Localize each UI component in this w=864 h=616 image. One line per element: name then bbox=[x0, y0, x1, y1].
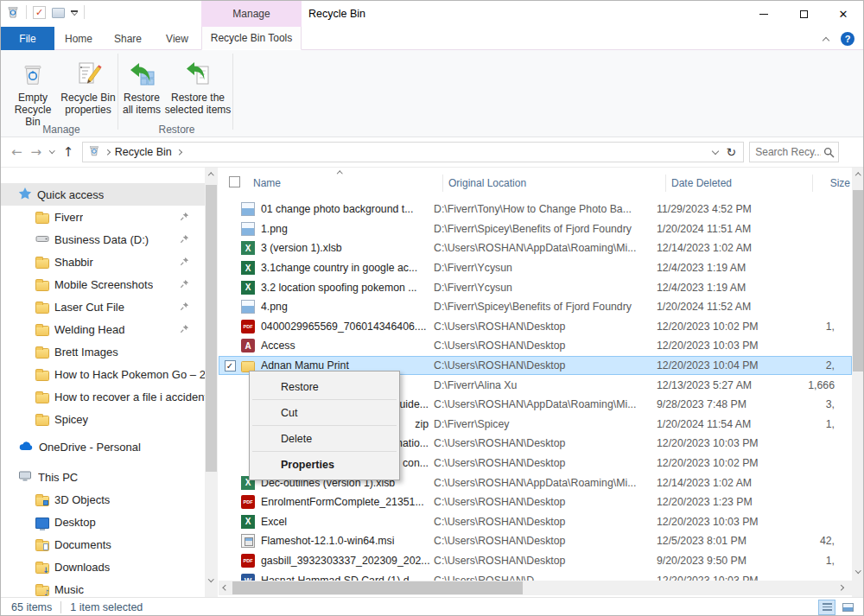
folder-icon bbox=[35, 416, 49, 426]
image-file-icon bbox=[241, 300, 255, 314]
table-row[interactable]: 1.pngD:\Fiverr\Spicey\Benefits of Fjord … bbox=[219, 219, 852, 239]
menu-item-cut[interactable]: Cut bbox=[250, 401, 399, 424]
table-row[interactable]: 0400029965569_706014346406....C:\Users\R… bbox=[219, 317, 852, 337]
file-name: Flameshot-12.1.0-win64.msi bbox=[261, 535, 434, 547]
sidebar-scrollbar[interactable] bbox=[205, 168, 218, 597]
scroll-up-icon[interactable] bbox=[852, 168, 864, 181]
file-size: 3, bbox=[795, 398, 835, 410]
file-date: 12/14/2023 1:02 AM bbox=[657, 242, 795, 254]
recycle-bin-properties-button[interactable]: Recycle Bin properties bbox=[60, 54, 117, 128]
sidebar-item-music[interactable]: ♪Music bbox=[1, 578, 205, 597]
sidebar-item-spicey[interactable]: Spicey bbox=[1, 408, 205, 430]
table-row[interactable]: 3 (version 1).xlsbC:\Users\ROSHAN\AppDat… bbox=[219, 238, 852, 258]
scroll-down-icon[interactable] bbox=[205, 574, 218, 587]
sidebar-item-brett-images[interactable]: Brett Images bbox=[1, 340, 205, 363]
table-row[interactable]: ExcelC:\Users\ROSHAN\Desktop12/20/2023 1… bbox=[219, 512, 852, 532]
tab-recycle-bin-tools[interactable]: Recycle Bin Tools bbox=[201, 27, 302, 50]
folder-icon bbox=[35, 213, 49, 224]
sidebar-item-this-pc[interactable]: This PC bbox=[1, 466, 205, 488]
collapse-ribbon-icon[interactable] bbox=[823, 36, 829, 43]
sidebar-item-shabbir[interactable]: Shabbir bbox=[1, 251, 205, 273]
minimize-button[interactable] bbox=[744, 1, 784, 27]
restore-all-items-button[interactable]: Restore all items bbox=[121, 54, 162, 128]
sidebar-item-how-to-recover[interactable]: How to recover a file i accidenta bbox=[1, 385, 205, 408]
tab-view[interactable]: View bbox=[153, 27, 201, 50]
qat-check-icon[interactable]: ✓ bbox=[33, 6, 46, 19]
sidebar-item-how-to-hack[interactable]: How to Hack Pokemon Go – 202 bbox=[1, 363, 205, 385]
recycle-bin-window-icon[interactable] bbox=[6, 5, 20, 19]
tab-home[interactable]: Home bbox=[54, 27, 103, 50]
scroll-down-icon[interactable] bbox=[852, 565, 864, 579]
table-row[interactable]: gasbill_3932303337_202309_202...C:\Users… bbox=[219, 551, 852, 571]
table-row[interactable]: 3.2 location spoofing pokemon ...D:\Five… bbox=[219, 277, 852, 297]
up-icon[interactable]: ↑ bbox=[63, 144, 74, 160]
sidebar-item-downloads[interactable]: ↓Downloads bbox=[1, 556, 205, 578]
search-input[interactable] bbox=[755, 146, 821, 158]
vertical-scrollbar[interactable] bbox=[852, 168, 864, 581]
scroll-right-icon[interactable] bbox=[834, 581, 848, 595]
address-bar[interactable]: Recycle Bin ↻ bbox=[82, 142, 744, 162]
table-row[interactable]: 01 change photo background t...D:\Fiverr… bbox=[219, 200, 852, 219]
scrollbar-thumb[interactable] bbox=[853, 190, 864, 372]
scrollbar-thumb[interactable] bbox=[232, 581, 523, 594]
back-icon[interactable]: ← bbox=[11, 144, 22, 160]
sidebar-item-quick-access[interactable]: Quick access bbox=[1, 183, 205, 206]
column-header-original-location[interactable]: Original Location bbox=[443, 175, 666, 192]
sidebar-item-welding-head[interactable]: Welding Head bbox=[1, 318, 205, 340]
table-row[interactable]: 3.1change country in google ac...D:\Five… bbox=[219, 258, 852, 278]
sidebar-label: Desktop bbox=[54, 516, 96, 529]
menu-item-restore[interactable]: Restore bbox=[250, 375, 399, 398]
table-row[interactable]: EnrolmentFormComplete_21351...C:\Users\R… bbox=[219, 492, 852, 512]
table-row[interactable]: Flameshot-12.1.0-win64.msiC:\Users\ROSHA… bbox=[219, 531, 852, 551]
scroll-left-icon[interactable] bbox=[219, 581, 232, 595]
file-location: D:\Fiverr\Alina Xu bbox=[434, 379, 657, 391]
tab-file[interactable]: File bbox=[1, 27, 54, 50]
sidebar-item-3d-objects[interactable]: 3D Objects bbox=[1, 488, 205, 511]
qat-folder-icon[interactable] bbox=[52, 8, 65, 18]
thumbnail-view-button[interactable] bbox=[839, 600, 856, 615]
restore-selected-items-button[interactable]: Restore the selected items bbox=[163, 54, 232, 128]
table-row[interactable]: 4.pngD:\Fiverr\Spicey\Benefits of Fjord … bbox=[219, 297, 852, 317]
file-date: 1/20/2024 11:52 AM bbox=[657, 301, 795, 313]
recent-locations-icon[interactable] bbox=[49, 148, 54, 153]
help-icon[interactable]: ? bbox=[841, 32, 854, 46]
pin-icon bbox=[180, 256, 189, 269]
sidebar-item-fiverr[interactable]: Fiverr bbox=[1, 206, 205, 228]
breadcrumb-chevron-icon[interactable] bbox=[176, 149, 181, 155]
title-bar: ✓ Manage Recycle Bin ✕ bbox=[1, 1, 863, 27]
folder-icon bbox=[35, 393, 49, 403]
sidebar-item-laser-cut-file[interactable]: Laser Cut File bbox=[1, 295, 205, 318]
quick-access-toolbar: ✓ bbox=[6, 5, 85, 19]
sidebar-item-onedrive[interactable]: OneDrive - Personal bbox=[1, 435, 205, 458]
sidebar-label: Welding Head bbox=[54, 323, 124, 336]
breadcrumb-location[interactable]: Recycle Bin bbox=[115, 146, 172, 158]
row-checkbox-checked[interactable]: ✓ bbox=[225, 360, 236, 372]
sidebar-item-documents[interactable]: Documents bbox=[1, 533, 205, 556]
file-date: 12/4/2023 1:19 AM bbox=[657, 262, 795, 274]
column-header-date-deleted[interactable]: Date Deleted bbox=[666, 175, 813, 192]
empty-recycle-bin-button[interactable]: Empty Recycle Bin bbox=[6, 54, 60, 128]
close-button[interactable]: ✕ bbox=[823, 1, 863, 27]
sidebar-item-desktop[interactable]: Desktop bbox=[1, 511, 205, 533]
sidebar-item-mobile-screenshots[interactable]: Mobile Screenshots bbox=[1, 273, 205, 295]
tab-share[interactable]: Share bbox=[103, 27, 153, 50]
table-row[interactable]: AccessC:\Users\ROSHAN\Desktop12/20/2023 … bbox=[219, 336, 852, 356]
refresh-icon[interactable]: ↻ bbox=[727, 145, 737, 159]
sidebar-item-business-data[interactable]: Business Data (D:) bbox=[1, 228, 205, 251]
forward-icon[interactable]: → bbox=[31, 144, 42, 160]
details-view-button[interactable] bbox=[818, 600, 835, 615]
horizontal-scrollbar[interactable] bbox=[219, 581, 852, 595]
qat-customize-icon[interactable] bbox=[71, 10, 78, 14]
menu-item-properties[interactable]: Properties bbox=[250, 453, 399, 476]
drive-icon bbox=[35, 232, 49, 248]
menu-item-delete[interactable]: Delete bbox=[250, 427, 399, 450]
breadcrumb-chevron-icon[interactable] bbox=[105, 149, 110, 155]
column-header-size[interactable]: Size bbox=[813, 175, 852, 192]
sidebar-label: OneDrive - Personal bbox=[39, 441, 141, 454]
address-dropdown-icon[interactable] bbox=[711, 147, 718, 154]
column-header-name[interactable]: Name bbox=[227, 175, 443, 192]
scroll-up-icon[interactable] bbox=[205, 168, 218, 181]
search-box[interactable] bbox=[749, 142, 839, 162]
maximize-button[interactable] bbox=[784, 1, 823, 27]
search-icon[interactable] bbox=[823, 147, 835, 161]
